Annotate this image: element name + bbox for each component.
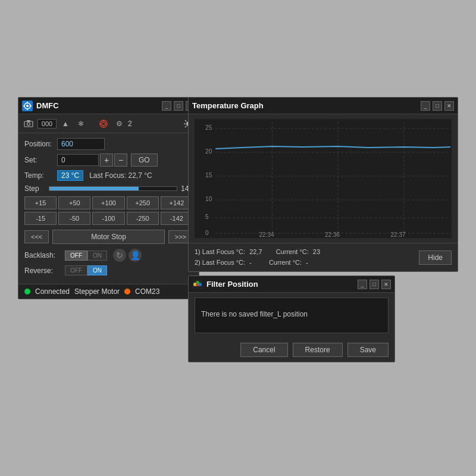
plus50-button[interactable]: +50 [58,196,90,209]
temp-window-controls: _ □ ✕ [421,101,454,111]
legend-1-label: 1) Last Focus °C: [195,248,245,255]
toolbar-snowflake-icon[interactable]: ❄ [74,117,87,130]
temp-title-bar: Temperature Graph _ □ ✕ [189,98,458,114]
svg-point-8 [27,123,30,126]
dmfc-window: DMFC _ □ ✕ 000 ▲ ❄ ⚙ 2 Position: 600 [18,97,199,299]
filter-close-button[interactable]: ✕ [381,280,391,289]
temp-title-left: Temperature Graph [192,101,264,110]
dmfc-content: Position: 600 Set: + − GO Temp: 23 °C La… [18,133,199,284]
temp-row: Temp: 23 °C Last Focus: 22,7 °C [24,170,193,181]
nav-row: <<< Motor Stop >>> [24,230,193,244]
toolbar-up-icon[interactable]: ▲ [59,117,72,130]
set-input[interactable] [57,154,99,166]
filter-title-bar: Filter Position _ □ ✕ [189,276,394,293]
dmfc-title: DMFC [36,101,59,110]
filter-title: Filter Position [206,280,258,289]
hide-button[interactable]: Hide [419,250,452,265]
filter-position-window: Filter Position _ □ ✕ There is no saved … [188,275,395,362]
legend-row-2: 2) Last Focus °C: - Current °C: - [195,258,320,268]
backlash-off-button[interactable]: OFF [65,250,87,261]
positive-buttons: +15 +50 +100 +250 +142 [24,196,193,209]
motor-stop-button[interactable]: Motor Stop [52,230,164,244]
x-label-2236: 22:36 [325,231,340,238]
reverse-on-button[interactable]: ON [87,265,107,275]
port-label: COM23 [135,287,159,296]
backlash-on-button[interactable]: ON [87,250,107,261]
filter-icon [192,279,203,290]
dmfc-status-bar: Connected Stepper Motor COM23 [18,284,199,299]
minus100-button[interactable]: -100 [92,212,124,225]
temp-minimize-button[interactable]: _ [421,101,430,111]
chart-footer: 1) Last Focus °C: 22,7 Current °C: 23 2)… [189,243,458,271]
toolbar-camera-icon[interactable] [22,117,35,130]
temp-label: Temp: [24,171,57,180]
filter-window-controls: _ □ ✕ [358,280,391,289]
legend-1-current-label: Current °C: [276,248,309,255]
minus50-button[interactable]: -50 [58,212,90,225]
temp-maximize-button[interactable]: □ [433,101,442,111]
toolbar-gear-icon[interactable]: ⚙ [112,117,126,130]
plus15-button[interactable]: +15 [24,196,57,209]
dmfc-minimize-button[interactable]: _ [162,101,171,111]
spin-person-icon[interactable]: 👤 [129,249,142,262]
y-label-25: 25 [205,124,212,131]
cancel-button[interactable]: Cancel [240,343,287,357]
restore-button[interactable]: Restore [293,343,343,357]
svg-rect-9 [27,120,30,122]
last-focus: Last Focus: 22,7 °C [89,171,152,180]
save-button[interactable]: Save [347,343,389,357]
legend-1-current-val: 23 [313,248,320,255]
reverse-off-button[interactable]: OFF [65,265,87,275]
dmfc-maximize-button[interactable]: □ [174,101,183,111]
y-label-5: 5 [205,214,209,220]
filter-buttons: Cancel Restore Save [189,338,394,362]
plus100-button[interactable]: +100 [92,196,124,209]
set-row: Set: + − GO [24,154,193,167]
minus-button[interactable]: − [114,154,127,167]
temp-close-button[interactable]: ✕ [444,101,454,111]
legend-2-label: 2) Last Focus °C: [195,259,245,266]
svg-point-38 [196,281,199,284]
x-label-2237: 22:37 [391,231,406,238]
plus-button[interactable]: + [100,154,113,167]
dmfc-title-left: DMFC [22,101,59,111]
spin-icons: ↻ 👤 [113,249,142,262]
svg-rect-7 [24,121,33,127]
negative-buttons: -15 -50 -100 -250 -142 [24,212,193,225]
position-row: Position: 600 [24,138,193,150]
dmfc-icon [22,101,33,111]
legend-2-current-val: - [306,259,308,266]
svg-point-2 [26,105,29,107]
y-label-10: 10 [205,196,212,202]
filter-minimize-button[interactable]: _ [358,280,367,289]
x-label-2234: 22:34 [259,231,275,238]
step-bar-container [49,186,177,191]
reverse-row: Reverse: OFF ON [24,265,193,275]
plus250-button[interactable]: +250 [127,196,159,209]
backlash-label: Backlash: [24,251,65,259]
temp-value: 23 °C [57,170,83,181]
position-label: Position: [24,140,57,148]
go-button[interactable]: GO [131,154,158,167]
step-bar-fill [49,187,139,190]
toolbar-target-icon[interactable] [97,117,110,130]
temp-title: Temperature Graph [192,101,264,110]
chart-area: 25 20 15 10 5 0 22:34 22:36 22:37 [195,119,452,238]
filter-maximize-button[interactable]: □ [369,280,379,289]
filter-title-left: Filter Position [192,279,258,290]
svg-line-21 [185,120,186,121]
nav-left-button[interactable]: <<< [24,230,49,243]
minus15-button[interactable]: -15 [24,212,57,225]
minus250-button[interactable]: -250 [127,212,159,225]
spin-circle-icon[interactable]: ↻ [113,249,126,262]
reverse-label: Reverse: [24,267,65,275]
y-label-0: 0 [205,230,209,236]
dmfc-toolbar: 000 ▲ ❄ ⚙ 2 [18,114,199,133]
legend-1-val: 22,7 [249,248,262,255]
connected-label: Connected [35,287,70,296]
dmfc-num-display: 000 [37,119,57,129]
y-label-20: 20 [205,148,212,155]
temp-line [215,146,450,149]
temperature-graph-window: Temperature Graph _ □ ✕ 25 20 15 10 5 0 [188,97,458,272]
legend-2-current-label: Current °C: [269,259,302,266]
